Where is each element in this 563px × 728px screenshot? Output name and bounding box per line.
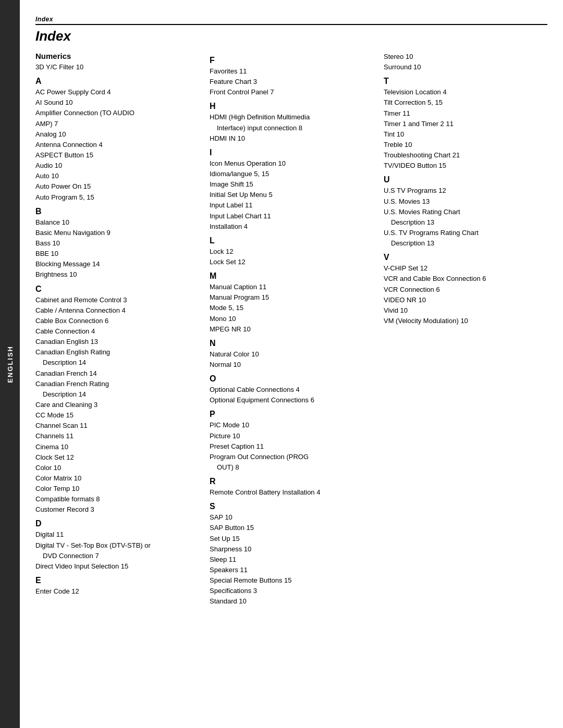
entry: Amplifier Connection (TO AUDIO: [35, 108, 199, 118]
entry: VIDEO NR 10: [384, 295, 547, 305]
entry: Mode 5, 15: [210, 303, 373, 313]
entry: VCR Connection 6: [384, 285, 547, 295]
entry: Channels 11: [35, 431, 199, 441]
entry: Tilt Correction 5, 15: [384, 97, 547, 108]
entry: Optional Equipment Connections 6: [210, 395, 373, 405]
entry: Cabinet and Remote Control 3: [35, 295, 199, 305]
entry: Canadian English Rating: [35, 347, 199, 357]
entry: VM (Velocity Modulation) 10: [384, 316, 547, 326]
entry-indented: Interface) input connection 8: [210, 123, 373, 133]
entry: Lock Set 12: [210, 257, 373, 267]
entry: Basic Menu Navigation 9: [35, 228, 199, 238]
entry: 3D Y/C Filter 10: [35, 62, 199, 72]
numerics-header: Numerics: [35, 52, 199, 60]
entry: Remote Control Battery Installation 4: [210, 487, 373, 498]
entry: Sleep 11: [210, 554, 373, 565]
entry: Bass 10: [35, 238, 199, 249]
entry: Cable Box Connection 6: [35, 316, 199, 326]
page-title: Index: [35, 28, 547, 44]
entry: Timer 11: [384, 108, 547, 119]
section-header-n: N: [210, 339, 373, 348]
entry: Compatible formats 8: [35, 494, 199, 504]
entry: Television Location 4: [384, 87, 547, 97]
entry-indented: Description 13: [384, 217, 547, 228]
section-header-f: F: [210, 56, 373, 65]
entry: Idioma/langue 5, 15: [210, 169, 373, 179]
section-header-d: D: [35, 519, 199, 528]
entry: CC Mode 15: [35, 410, 199, 421]
entry: Channel Scan 11: [35, 421, 199, 431]
section-header-m: M: [210, 272, 373, 281]
section-header-u: U: [384, 175, 547, 184]
entry: MPEG NR 10: [210, 324, 373, 335]
entry: Auto 10: [35, 171, 199, 181]
section-header-i: I: [210, 148, 373, 157]
entry: U.S. Movies Rating Chart: [384, 207, 547, 217]
sidebar: ENGLISH: [0, 0, 20, 728]
entry: Favorites 11: [210, 66, 373, 77]
entry: Audio 10: [35, 161, 199, 171]
entry-indented: Description 13: [384, 238, 547, 249]
entry: Color Temp 10: [35, 484, 199, 494]
entry: BBE 10: [35, 249, 199, 259]
section-header-s: S: [210, 502, 373, 511]
section-header-e: E: [35, 576, 199, 585]
entry: Care and Cleaning 3: [35, 400, 199, 410]
entry: Canadian French Rating: [35, 379, 199, 389]
entry: Cable Connection 4: [35, 326, 199, 337]
entry: Lock 12: [210, 246, 373, 257]
entry: Icon Menus Operation 10: [210, 158, 373, 169]
sidebar-label: ENGLISH: [6, 346, 14, 383]
section-header-a: A: [35, 77, 199, 86]
entry: Timer 1 and Timer 2 11: [384, 119, 547, 129]
entry-indented: OUT) 8: [210, 462, 373, 473]
entry: Preset Caption 11: [210, 441, 373, 452]
entry-indented: Description 14: [35, 389, 199, 400]
entry: Tint 10: [384, 129, 547, 140]
page-container: ENGLISH Index Index Numerics 3D Y/C Filt…: [0, 0, 563, 728]
entry: Brightness 10: [35, 269, 199, 280]
section-header-c: C: [35, 285, 199, 294]
top-border: [35, 24, 547, 25]
entry: Digital TV - Set-Top Box (DTV-STB) or: [35, 540, 199, 551]
entry: Input Label Chart 11: [210, 211, 373, 221]
entry: Color Matrix 10: [35, 473, 199, 484]
section-header-p: P: [210, 410, 373, 419]
entry: Speakers 11: [210, 565, 373, 575]
entry-indented: DVD Connection 7: [35, 551, 199, 561]
entry: Direct Video Input Selection 15: [35, 561, 199, 572]
entry: Vivid 10: [384, 305, 547, 316]
entry: HDMI (High Definition Multimedia: [210, 112, 373, 122]
entry: Auto Power On 15: [35, 181, 199, 192]
entry: TV/VIDEO Button 15: [384, 161, 547, 171]
entry: Optional Cable Connections 4: [210, 385, 373, 395]
column-2: F Favorites 11 Feature Chart 3 Front Con…: [210, 52, 373, 607]
section-header-h: H: [210, 102, 373, 111]
entry: Blocking Message 14: [35, 259, 199, 269]
section-header-t: T: [384, 77, 547, 86]
entry: Surround 10: [384, 62, 547, 72]
entry: Manual Caption 11: [210, 282, 373, 292]
entry: Clock Set 12: [35, 452, 199, 463]
section-header-o: O: [210, 374, 373, 384]
entry: Program Out Connection (PROG: [210, 452, 373, 462]
section-header-b: B: [35, 207, 199, 216]
entry: Picture 10: [210, 431, 373, 441]
entry: Image Shift 15: [210, 179, 373, 190]
entry: Manual Program 15: [210, 292, 373, 303]
entry: Enter Code 12: [35, 586, 199, 597]
entry: Customer Record 3: [35, 504, 199, 515]
entry: Initial Set Up Menu 5: [210, 190, 373, 200]
entry: Installation 4: [210, 221, 373, 232]
entry: V-CHIP Set 12: [384, 263, 547, 274]
section-header-l: L: [210, 236, 373, 245]
entry: Sharpness 10: [210, 544, 373, 554]
entry: Canadian English 13: [35, 337, 199, 347]
column-1: Numerics 3D Y/C Filter 10 A AC Power Sup…: [35, 52, 199, 607]
entry: Cinema 10: [35, 442, 199, 452]
entry: Treble 10: [384, 140, 547, 150]
entry: Stereo 10: [384, 52, 547, 62]
entry: Set Up 15: [210, 534, 373, 544]
entry: Front Control Panel 7: [210, 87, 373, 97]
entry: AC Power Supply Cord 4: [35, 87, 199, 97]
